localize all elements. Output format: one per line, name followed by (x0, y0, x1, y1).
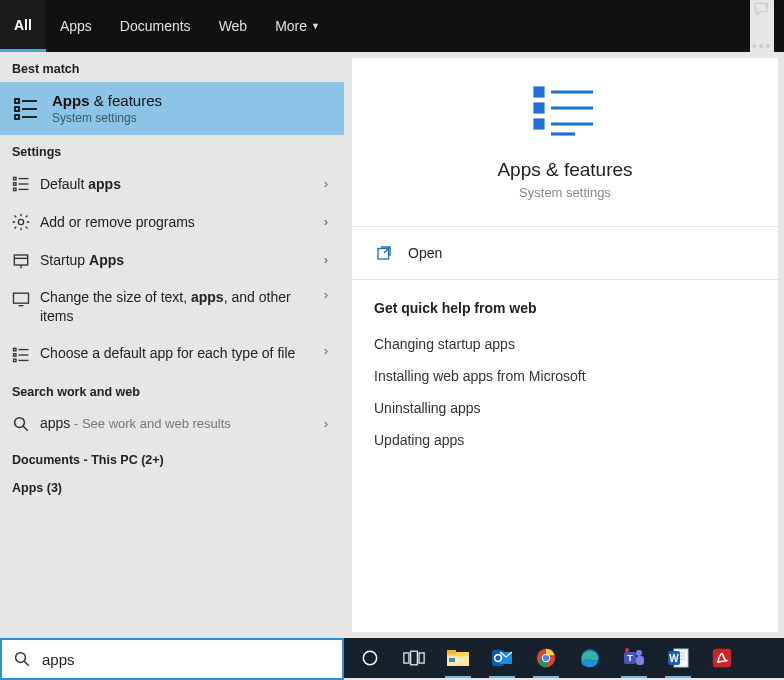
open-icon (374, 243, 394, 263)
quick-link[interactable]: Installing web apps from Microsoft (374, 360, 756, 392)
taskbar-taskview[interactable] (392, 638, 436, 678)
svg-point-36 (16, 653, 26, 663)
svg-rect-1 (15, 99, 19, 103)
svg-text:T: T (627, 653, 633, 663)
tab-web[interactable]: Web (205, 0, 262, 52)
taskbar-acrobat[interactable] (700, 638, 744, 678)
tab-documents[interactable]: Documents (106, 0, 205, 52)
best-match-subtitle: System settings (52, 111, 162, 125)
setting-change-text-size[interactable]: Change the size of text, apps, and other… (0, 279, 344, 335)
tab-apps[interactable]: Apps (46, 0, 106, 52)
chevron-right-icon: › (318, 177, 334, 191)
taskbar-chrome[interactable] (524, 638, 568, 678)
tab-all[interactable]: All (0, 0, 46, 52)
chevron-right-icon: › (318, 253, 334, 267)
svg-point-57 (625, 648, 629, 652)
svg-rect-31 (535, 120, 543, 128)
chevron-right-icon: › (318, 417, 334, 431)
taskbar-word[interactable]: W (656, 638, 700, 678)
svg-point-51 (543, 655, 549, 661)
chevron-right-icon: › (318, 288, 334, 302)
search-scope-tabs: All Apps Documents Web More ▼ ••• (0, 0, 784, 52)
display-icon (10, 288, 32, 310)
svg-rect-41 (419, 653, 424, 663)
svg-rect-14 (14, 255, 27, 265)
taskbar-edge[interactable] (568, 638, 612, 678)
svg-rect-43 (447, 650, 456, 654)
open-action[interactable]: Open (374, 227, 756, 279)
taskbar: T W (344, 638, 784, 678)
tab-more-label: More (275, 18, 307, 34)
taskbar-file-explorer[interactable] (436, 638, 480, 678)
svg-point-25 (15, 417, 25, 427)
apps-group[interactable]: Apps (3) (0, 471, 344, 499)
search-icon (10, 413, 32, 435)
open-label: Open (408, 245, 442, 261)
chevron-down-icon: ▼ (311, 21, 320, 31)
svg-rect-27 (535, 88, 543, 96)
results-list: Best match Apps & features System settin… (0, 52, 344, 638)
chevron-right-icon: › (318, 344, 334, 358)
quick-link[interactable]: Changing startup apps (374, 328, 756, 360)
setting-startup-apps[interactable]: Startup Apps › (0, 241, 344, 279)
options-icon[interactable]: ••• (750, 38, 774, 54)
quick-link[interactable]: Uninstalling apps (374, 392, 756, 424)
taskbar-teams[interactable]: T (612, 638, 656, 678)
svg-rect-9 (14, 183, 17, 186)
setting-add-remove-programs[interactable]: Add or remove programs › (0, 203, 344, 241)
apps-features-large-icon (531, 84, 599, 145)
svg-rect-7 (14, 177, 17, 180)
apps-features-icon (10, 93, 42, 125)
svg-rect-40 (411, 651, 418, 665)
tab-more[interactable]: More ▼ (261, 0, 334, 52)
setting-default-apps[interactable]: Default apps › (0, 165, 344, 203)
settings-heading: Settings (0, 135, 344, 165)
best-match-heading: Best match (0, 52, 344, 82)
svg-rect-5 (15, 115, 19, 119)
search-icon (12, 649, 32, 669)
setting-label: Default apps (40, 175, 318, 194)
quick-help-heading: Get quick help from web (374, 300, 756, 316)
setting-label: Change the size of text, apps, and other… (40, 288, 318, 326)
divider (352, 279, 778, 280)
svg-point-0 (765, 3, 768, 6)
svg-rect-64 (713, 649, 731, 667)
best-match-item[interactable]: Apps & features System settings (0, 82, 344, 135)
detail-subtitle: System settings (374, 185, 756, 200)
svg-rect-17 (14, 293, 29, 303)
svg-rect-21 (14, 354, 17, 357)
setting-label: Choose a default app for each type of fi… (40, 344, 318, 363)
detail-title: Apps & features (374, 159, 756, 181)
svg-line-37 (24, 661, 29, 666)
search-box[interactable] (0, 638, 344, 680)
search-web-heading: Search work and web (0, 375, 344, 405)
search-web-text: apps - See work and web results (40, 414, 318, 433)
search-input[interactable] (42, 651, 332, 668)
taskbar-cortana[interactable] (348, 638, 392, 678)
list-settings-icon (10, 173, 32, 195)
svg-point-38 (363, 651, 376, 664)
svg-text:W: W (669, 653, 679, 664)
documents-group[interactable]: Documents - This PC (2+) (0, 443, 344, 471)
svg-rect-11 (14, 188, 17, 191)
search-web-item[interactable]: apps - See work and web results › (0, 405, 344, 443)
startup-icon (10, 249, 32, 271)
setting-choose-default-per-filetype[interactable]: Choose a default app for each type of fi… (0, 335, 344, 375)
svg-rect-39 (404, 653, 409, 663)
feedback-icon[interactable] (750, 0, 774, 20)
taskbar-outlook[interactable] (480, 638, 524, 678)
svg-line-26 (23, 426, 28, 431)
quick-link[interactable]: Updating apps (374, 424, 756, 456)
svg-rect-29 (535, 104, 543, 112)
svg-rect-45 (449, 658, 455, 662)
best-match-title: Apps & features (52, 92, 162, 109)
setting-label: Add or remove programs (40, 213, 318, 232)
chevron-right-icon: › (318, 215, 334, 229)
setting-label: Startup Apps (40, 251, 318, 270)
svg-rect-19 (14, 348, 17, 351)
detail-panel: Apps & features System settings Open Get… (352, 58, 778, 632)
svg-rect-56 (636, 656, 644, 665)
svg-rect-3 (15, 107, 19, 111)
svg-point-13 (18, 219, 23, 224)
list-settings-icon (10, 344, 32, 366)
